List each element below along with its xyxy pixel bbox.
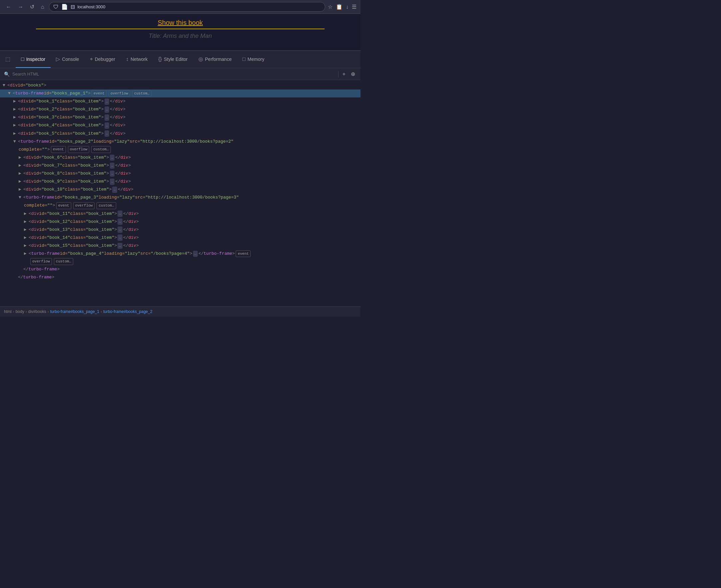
badge-custom-4[interactable]: custom… xyxy=(54,258,73,265)
ellipsis-book-4[interactable]: … xyxy=(104,122,109,129)
ellipsis-book-12[interactable]: … xyxy=(118,218,122,225)
ellipsis-book-13[interactable]: … xyxy=(118,227,122,233)
address-bar[interactable]: 🛡 📄 ⊟ localhost:3000 xyxy=(49,2,325,12)
badge-overflow-1[interactable]: overflow xyxy=(108,90,130,97)
badge-custom-3[interactable]: custom… xyxy=(97,202,116,209)
toggle-book-6[interactable]: ▶ xyxy=(19,154,23,161)
ellipsis-book-10[interactable]: … xyxy=(112,187,117,193)
badge-overflow-4[interactable]: overflow xyxy=(30,258,52,265)
tree-line-book-15[interactable]: ▶ <div id="book_15" class="book_item"> …… xyxy=(0,242,361,250)
toggle-book-12[interactable]: ▶ xyxy=(24,218,28,226)
tree-line-turbo-frame-4[interactable]: ▶ <turbo-frame id="books_page_4" loading… xyxy=(0,250,361,258)
toggle-book-14[interactable]: ▶ xyxy=(24,234,28,241)
tree-line-book-2[interactable]: ▶ <div id="book_2" class="book_item"> … … xyxy=(0,105,361,113)
tab-memory[interactable]: □ Memory xyxy=(237,51,269,68)
ellipsis-book-9[interactable]: … xyxy=(110,178,115,185)
ellipsis-book-8[interactable]: … xyxy=(110,171,115,177)
toggle-book-9[interactable]: ▶ xyxy=(19,178,23,185)
tab-network[interactable]: ↕ Network xyxy=(120,51,153,68)
toggle-book-7[interactable]: ▶ xyxy=(19,162,23,169)
menu-icon[interactable]: ☰ xyxy=(352,4,357,10)
toggle-turbo-frame-1[interactable]: ▼ xyxy=(8,90,13,97)
download-icon[interactable]: ↓ xyxy=(346,4,348,10)
tree-line-div-books[interactable]: ▼ <div id="books"> xyxy=(0,82,361,89)
toggle-book-1[interactable]: ▶ xyxy=(13,98,18,105)
toggle-book-2[interactable]: ▶ xyxy=(13,106,18,113)
bookmark-icon[interactable]: ☆ xyxy=(328,4,333,10)
ellipsis-book-2[interactable]: … xyxy=(104,106,109,113)
tree-line-turbo-frame-1[interactable]: ▼ <turbo-frame id="books_page_1"> event … xyxy=(0,89,361,98)
tree-line-close-tf2[interactable]: ▶ </turbo-frame> xyxy=(0,273,361,281)
home-button[interactable]: ⌂ xyxy=(39,3,46,11)
breadcrumb-body[interactable]: body xyxy=(16,309,24,314)
toggle-turbo-frame-2[interactable]: ▼ xyxy=(13,138,18,145)
toggle-book-13[interactable]: ▶ xyxy=(24,226,28,233)
ellipsis-book-15[interactable]: … xyxy=(118,243,122,249)
tab-picker[interactable]: ⬚ xyxy=(0,51,16,68)
toggle-book-8[interactable]: ▶ xyxy=(19,170,23,177)
ellipsis-book-11[interactable]: … xyxy=(118,211,122,217)
tree-line-book-8[interactable]: ▶ <div id="book_8" class="book_item"> … … xyxy=(0,170,361,177)
ellipsis-tf4[interactable]: … xyxy=(193,251,198,257)
toggle-book-3[interactable]: ▶ xyxy=(13,114,18,121)
tree-line-book-9[interactable]: ▶ <div id="book_9" class="book_item"> … … xyxy=(0,177,361,186)
forward-button[interactable]: → xyxy=(16,3,25,11)
tree-line-book-5[interactable]: ▶ <div id="book_5" class="book_item"> … … xyxy=(0,130,361,138)
tab-debugger[interactable]: ⌖ Debugger xyxy=(84,51,121,68)
tree-line-book-4[interactable]: ▶ <div id="book_4" class="book_item"> … … xyxy=(0,121,361,129)
tree-line-book-12[interactable]: ▶ <div id="book_12" class="book_item"> …… xyxy=(0,218,361,226)
tree-line-book-6[interactable]: ▶ <div id="book_6" class="book_item"> … … xyxy=(0,154,361,162)
back-button[interactable]: ← xyxy=(4,3,13,11)
toggle-div-books[interactable]: ▼ xyxy=(3,82,7,89)
tree-line-book-13[interactable]: ▶ <div id="book_13" class="book_item"> …… xyxy=(0,226,361,234)
toggle-turbo-frame-4[interactable]: ▶ xyxy=(24,250,28,257)
reload-button[interactable]: ↺ xyxy=(28,2,36,11)
search-input[interactable] xyxy=(12,71,336,77)
badge-overflow-2[interactable]: overflow xyxy=(68,146,89,153)
breadcrumb-tf1[interactable]: turbo-frame#books_page_1 xyxy=(50,309,99,314)
badge-event-2[interactable]: event xyxy=(51,146,66,153)
tab-inspector[interactable]: □ Inspector xyxy=(16,51,51,68)
breadcrumb-tf2[interactable]: turbo-frame#books_page_2 xyxy=(103,309,152,314)
tree-line-turbo-frame-2[interactable]: ▼ <turbo-frame id="books_page_2" loading… xyxy=(0,138,361,146)
toggle-book-4[interactable]: ▶ xyxy=(13,122,18,129)
breadcrumb-sep-2: › xyxy=(26,309,27,314)
ellipsis-book-5[interactable]: … xyxy=(104,130,109,137)
devtools-toolbar: ⬚ □ Inspector ▷ Console ⌖ Debugger ↕ Net… xyxy=(0,51,361,68)
tab-style-editor[interactable]: {} Style Editor xyxy=(153,51,193,68)
tree-line-book-11[interactable]: ▶ <div id="book_11" class="book_item"> …… xyxy=(0,210,361,218)
badge-custom-2[interactable]: custom… xyxy=(91,146,111,153)
badge-event-4[interactable]: event xyxy=(236,250,251,257)
tree-line-book-7[interactable]: ▶ <div id="book_7" class="book_item"> … … xyxy=(0,162,361,170)
tree-line-book-1[interactable]: ▶ <div id="book_1" class="book_item"> … … xyxy=(0,98,361,105)
ellipsis-book-6[interactable]: … xyxy=(110,155,115,161)
badge-overflow-3[interactable]: overflow xyxy=(73,202,95,209)
console-icon: ▷ xyxy=(56,56,60,62)
performance-icon: ◎ xyxy=(198,56,203,62)
toggle-turbo-frame-3[interactable]: ▼ xyxy=(19,194,23,201)
toggle-book-10[interactable]: ▶ xyxy=(19,186,23,193)
badge-event-1[interactable]: event xyxy=(92,90,106,97)
tab-console[interactable]: ▷ Console xyxy=(51,51,84,68)
tree-line-book-14[interactable]: ▶ <div id="book_14" class="book_item"> …… xyxy=(0,234,361,242)
badge-event-3[interactable]: event xyxy=(56,202,71,209)
badge-custom-1[interactable]: custom… xyxy=(132,90,152,97)
toggle-book-15[interactable]: ▶ xyxy=(24,242,28,249)
pick-element-button[interactable]: ⊕ xyxy=(349,70,357,78)
tree-line-book-10[interactable]: ▶ <div id="book_10" class="book_item"> …… xyxy=(0,186,361,193)
toggle-book-5[interactable]: ▶ xyxy=(13,130,18,138)
pocket-icon[interactable]: 📋 xyxy=(336,4,342,10)
tree-line-close-tf3[interactable]: ▶ </turbo-frame> xyxy=(0,266,361,273)
show-book-link[interactable]: Show this book xyxy=(158,19,203,27)
tab-performance[interactable]: ◎ Performance xyxy=(193,51,237,68)
breadcrumb-div-books[interactable]: div#books xyxy=(28,309,46,314)
tree-line-turbo-frame-3[interactable]: ▼ <turbo-frame id="books_page_3" loading… xyxy=(0,193,361,202)
ellipsis-book-3[interactable]: … xyxy=(104,114,109,121)
add-node-button[interactable]: + xyxy=(341,70,347,78)
breadcrumb-html[interactable]: html xyxy=(4,309,12,314)
ellipsis-book-14[interactable]: … xyxy=(118,234,122,241)
toggle-book-11[interactable]: ▶ xyxy=(24,210,28,217)
tree-line-book-3[interactable]: ▶ <div id="book_3" class="book_item"> … … xyxy=(0,113,361,121)
ellipsis-book-7[interactable]: … xyxy=(110,163,115,169)
ellipsis-book-1[interactable]: … xyxy=(104,99,109,105)
